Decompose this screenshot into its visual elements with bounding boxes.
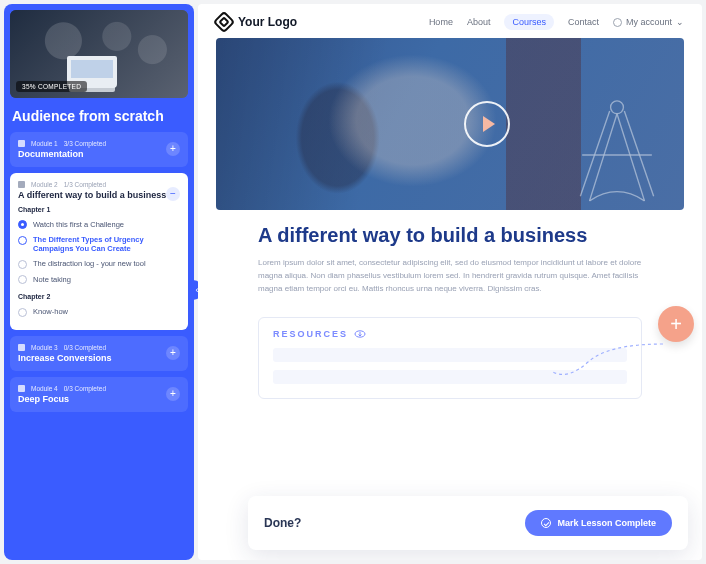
- module-3[interactable]: Module 3 0/3 Completed Increase Conversi…: [10, 336, 188, 371]
- module-progress: 1/3 Completed: [64, 181, 106, 188]
- status-done-icon: [18, 220, 27, 229]
- logo-text: Your Logo: [238, 15, 297, 29]
- module-4[interactable]: Module 4 0/3 Completed Deep Focus +: [10, 377, 188, 412]
- status-todo-icon: [18, 308, 27, 317]
- course-title: Audience from scratch: [10, 104, 188, 126]
- expand-icon[interactable]: +: [166, 142, 180, 156]
- play-icon[interactable]: [464, 101, 510, 147]
- chapter-label: Chapter 2: [18, 293, 180, 300]
- status-todo-icon: [18, 260, 27, 269]
- lesson-title: Note taking: [33, 275, 71, 284]
- svg-point-0: [611, 101, 624, 114]
- module-index: Module 2: [31, 181, 58, 188]
- chapter-label: Chapter 1: [18, 206, 180, 213]
- nav-home[interactable]: Home: [429, 17, 453, 27]
- lesson-item[interactable]: Know-how: [18, 304, 180, 320]
- module-1[interactable]: Module 1 3/3 Completed Documentation +: [10, 132, 188, 167]
- compass-icon: [562, 90, 672, 210]
- module-2: Module 2 1/3 Completed A different way t…: [10, 173, 188, 330]
- lesson-heading: A different way to build a business: [258, 224, 642, 247]
- lesson-body: Lorem ipsum dolor sit amet, consectetur …: [258, 257, 642, 295]
- lesson-item[interactable]: Watch this first a Challenge: [18, 217, 180, 233]
- course-sidebar: 35% COMPLETED Audience from scratch Modu…: [4, 4, 194, 560]
- module-index: Module 4: [31, 385, 58, 392]
- book-icon: [18, 385, 25, 392]
- lesson-video[interactable]: [216, 38, 684, 210]
- lesson-item[interactable]: Note taking: [18, 272, 180, 288]
- module-index: Module 3: [31, 344, 58, 351]
- module-progress: 0/3 Completed: [64, 344, 106, 351]
- status-todo-icon: [18, 275, 27, 284]
- topbar: Your Logo Home About Courses Contact My …: [198, 4, 702, 38]
- mark-complete-label: Mark Lesson Complete: [557, 518, 656, 528]
- resources-heading: RESOURCES: [273, 329, 348, 339]
- expand-icon[interactable]: +: [166, 346, 180, 360]
- module-progress: 0/3 Completed: [64, 385, 106, 392]
- status-active-icon: [18, 236, 27, 245]
- download-cloud-icon: [354, 328, 366, 340]
- module-name: Deep Focus: [18, 394, 180, 404]
- nav-courses[interactable]: Courses: [504, 14, 554, 30]
- course-hero-image: 35% COMPLETED: [10, 10, 188, 98]
- add-button[interactable]: +: [658, 306, 694, 342]
- chevron-down-icon: ⌄: [676, 17, 684, 27]
- lesson-title: Know-how: [33, 307, 68, 316]
- lesson-item[interactable]: The distraction log - your new tool: [18, 256, 180, 272]
- nav-contact[interactable]: Contact: [568, 17, 599, 27]
- decorative-arrow-icon: [548, 342, 668, 382]
- book-icon: [18, 181, 25, 188]
- book-icon: [18, 140, 25, 147]
- account-label: My account: [626, 17, 672, 27]
- book-icon: [18, 344, 25, 351]
- user-icon: [613, 18, 622, 27]
- module-name: A different way to build a business: [18, 190, 180, 200]
- lesson-title: The Different Types of Urgency Campaigns…: [33, 235, 180, 253]
- done-question: Done?: [264, 516, 301, 530]
- primary-nav: Home About Courses Contact My account ⌄: [429, 14, 684, 30]
- nav-about[interactable]: About: [467, 17, 491, 27]
- module-name: Documentation: [18, 149, 180, 159]
- mark-complete-button[interactable]: Mark Lesson Complete: [525, 510, 672, 536]
- progress-badge: 35% COMPLETED: [16, 81, 87, 92]
- main-content: Your Logo Home About Courses Contact My …: [198, 4, 702, 560]
- nav-account[interactable]: My account ⌄: [613, 17, 684, 27]
- expand-icon[interactable]: +: [166, 387, 180, 401]
- lesson-title: The distraction log - your new tool: [33, 259, 146, 268]
- check-icon: [541, 518, 551, 528]
- collapse-icon[interactable]: −: [166, 187, 180, 201]
- lesson-title: Watch this first a Challenge: [33, 220, 124, 229]
- module-name: Increase Conversions: [18, 353, 180, 363]
- module-progress: 3/3 Completed: [64, 140, 106, 147]
- lesson-item[interactable]: The Different Types of Urgency Campaigns…: [18, 232, 180, 256]
- completion-bar: Done? Mark Lesson Complete: [248, 496, 688, 550]
- module-index: Module 1: [31, 140, 58, 147]
- logo[interactable]: Your Logo: [216, 14, 297, 30]
- logo-icon: [213, 11, 236, 34]
